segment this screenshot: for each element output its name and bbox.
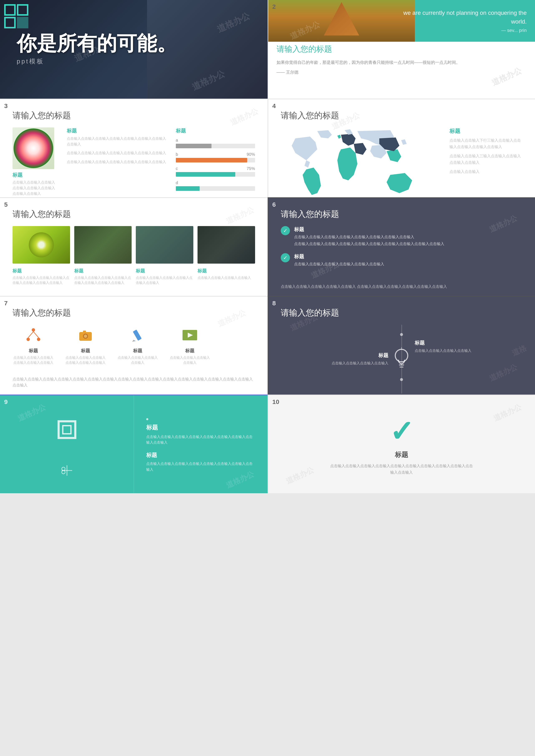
slide7-icon3-label: 标题 [133,348,142,354]
slide5-cap4-body: 点击输入点击输入点击输入点击输入 [198,275,255,280]
slide3-right: 标题 a b 90% [176,127,255,195]
progress-bar-bg-c [176,172,255,177]
progress-bar-fill-b [176,158,247,162]
slide8-item2-body: 点击输入点击输入点击输入点击输入 [281,360,389,366]
progress-item-c: c 75% [176,166,255,177]
slide7-icon1-label: 标题 [29,348,38,354]
progress-bar-fill-d [176,186,200,191]
watermark-s5: 道格办公 [224,205,256,227]
lime-decoration [29,232,54,257]
slide2-quote-en: we are currently not planning on conquer… [389,9,527,26]
slide5-cap2-body: 点击输入点击输入点击输入点击输入点击输入点击输入点击输入点击输入 [74,275,132,285]
slide-8: 8 请输入您的标题 标题 点击输入点击输入点击输入点击输入 [268,296,535,395]
europe [341,134,355,146]
progress-bar-fill-c [176,172,235,177]
scandinavia [345,129,353,135]
slide6-content: ✓ 标题 点击输入点击输入点击输入点击输入点击输入点击输入点击输入点击输入 点击… [281,226,523,267]
slide3-flower [14,128,53,168]
slide6-item1-body: 点击输入点击输入点击输入点击输入点击输入点击输入点击输入点击输入 [294,234,444,240]
slide5-cap1-body: 点击输入点击输入点击输入点击输入点击输入点击输入点击输入点击输入 [13,275,70,285]
pencil-icon [129,327,146,344]
slide5-photo-2 [74,226,132,264]
slide9-dot [146,418,148,420]
svg-rect-8 [83,330,86,333]
slide7-icon2-label: 标题 [81,348,90,354]
progress-item-a: a [176,138,255,148]
slide7-icon-4 [179,325,200,346]
progress-bar-fill-a [176,144,211,148]
slide9-inner-square [62,425,71,434]
slide5-cap3-title: 标题 [136,268,193,274]
slide7-icons: 标题 点击输入点击输入点击输入点击输入点击输入点击输入 标题 点击输入点击输入点… [13,325,255,365]
slide6-check-icon-1: ✓ [281,226,290,235]
slide5-title: 请输入您的标题 [13,208,255,220]
slide6-item-1: ✓ 标题 点击输入点击输入点击输入点击输入点击输入点击输入点击输入点击输入 点击… [281,226,523,247]
slide8-bulb [391,346,412,372]
slide9-body: 点击输入点击输入点击输入点击输入点击输入点击输入点击输入点击输入点击输入 [146,434,255,445]
slide8-item1-title: 标题 [415,340,522,346]
slide4-title: 请输入您的标题 [281,110,523,121]
slide-3: 3 请输入您的标题 标题 点击输入点击输入点击输入点击输入点击输入点击输入点击输… [0,98,268,197]
svg-rect-10 [133,329,142,341]
uk [337,135,341,139]
slide-10: 10 ✓ 标题 点击输入点击输入点击输入点击输入点击输入点击输入点击输入点击输入… [268,395,535,493]
slide7-icon-item-2: 标题 点击输入点击输入点击输入点击输入点击输入点击输入 [65,325,106,365]
slide7-icon2-body: 点击输入点击输入点击输入点击输入点击输入点击输入 [65,355,106,365]
slide6-item1-body2: 点击输入点击输入点击输入点击输入点击输入点击输入点击输入点击输入点击输入点击输入 [294,241,444,247]
slide2-header-quote: we are currently not planning on conquer… [389,9,527,33]
progress-bar-bg-b [176,158,255,162]
svg-point-14 [395,349,408,362]
scissors-icon [60,463,74,478]
slide3-number: 3 [4,102,8,109]
slide7-icon4-body: 点击输入点击输入点击输入点击输入 [169,355,211,365]
slide10-content: ✓ 标题 点击输入点击输入点击输入点击输入点击输入点击输入点击输入点击输入点击输… [281,406,523,483]
slide8-right-item: 标题 点击输入点击输入点击输入点击输入 [406,340,522,353]
slide7-title: 请输入您的标题 [13,307,255,319]
slide5-caption-4: 标题 点击输入点击输入点击输入点击输入 [198,268,255,285]
slide-2: 2 we are currently not planning on conqu… [268,0,535,98]
slide7-icon-1 [23,325,44,346]
slide7-icon-3 [127,325,148,346]
deco-squares [4,4,28,28]
slide3-left: 标题 点击输入点击输入点击输入点击输入点击输入点击输入点击输入点击输入 [13,127,58,197]
slide1-content: 你是所有的可能。 ppt模板 [17,33,251,66]
slide3-section2: 标题 [176,127,255,134]
progress-item-b: b 90% [176,152,255,162]
slide2-number: 2 [272,3,276,10]
japan [401,139,407,145]
svg-point-7 [84,334,87,338]
slide-9: 9 [0,395,268,493]
progress-item-d: d [176,181,255,191]
slide4-number: 4 [272,102,276,109]
slide9-icon [58,420,76,439]
slide6-item1-text: 标题 点击输入点击输入点击输入点击输入点击输入点击输入点击输入点击输入 点击输入… [294,226,444,247]
slide3-image [13,127,54,169]
slide10-checkmark: ✓ [389,417,414,446]
slide4-content: 标题 点击输入点击输入下行三输入点击输入点击输入点击输入点击输入点击输入 点击输… [281,127,523,190]
slide5-cap4-title: 标题 [198,268,255,274]
svg-point-1 [26,338,30,341]
slide4-body2: 点击输入点击输入三输入点击输入点击输入点击输入点击输入 [449,153,522,166]
slide5-caption-2: 标题 点击输入点击输入点击输入点击输入点击输入点击输入点击输入点击输入 [74,268,132,285]
slide8-dot-1 [400,333,403,336]
progress-bar-bg-d [176,186,255,191]
progress-label-d: d [176,181,255,185]
slide8-dot-2 [400,378,403,381]
slide2-quote-zh: 如果你觉得自己的年龄，那是最可悲的，因为你的青春只能持续一点儿时间——很短的一点… [277,59,527,66]
world-map-svg [281,127,427,197]
slide5-caption-3: 标题 点击输入点击输入点击输入点击输入点击输入点击输入 [136,268,193,285]
greenland [317,130,332,138]
slide-1: 你是所有的可能。 ppt模板 道格办公 道格办公 道格办公 [0,0,268,98]
africa [337,148,357,181]
slide8-item2-title: 标题 [281,352,389,359]
slide5-photo-4 [198,226,255,264]
slide9-content: 标题 点击输入点击输入点击输入点击输入点击输入点击输入点击输入点击输入点击输入 … [13,406,255,483]
slide5-photos [13,226,255,264]
svg-point-21 [62,470,65,474]
slide5-photo-1 [13,226,70,264]
slide5-photo-3 [136,226,193,264]
hierarchy-icon [25,327,42,344]
slide4-body1: 点击输入点击输入下行三输入点击输入点击输入点击输入点击输入点击输入 [449,137,522,150]
slide10-title: 标题 [395,450,408,460]
slide-6: 6 请输入您的标题 ✓ 标题 点击输入点击输入点击输入点击输入点击输入点击输入点… [268,197,535,296]
